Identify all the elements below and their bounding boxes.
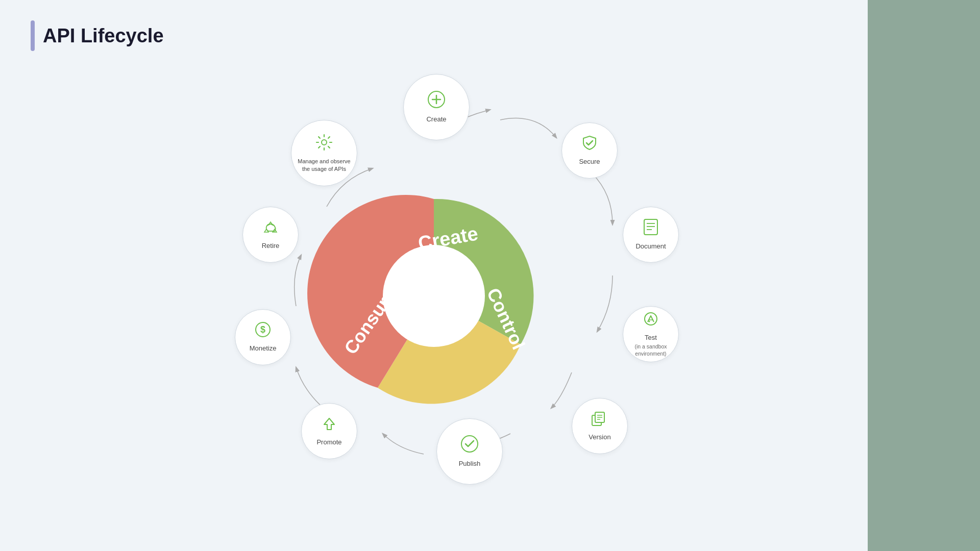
svg-point-12 xyxy=(645,313,657,325)
node-promote: Promote xyxy=(301,403,357,459)
svg-text:Create: Create xyxy=(416,222,480,254)
node-promote-label: Promote xyxy=(316,438,341,447)
svg-point-20 xyxy=(461,436,478,452)
node-create: Create xyxy=(403,74,470,140)
svg-rect-8 xyxy=(644,219,657,235)
node-retire: Retire xyxy=(242,207,299,263)
check-circle-icon xyxy=(460,435,479,457)
svg-point-14 xyxy=(649,321,650,322)
node-document-label: Document xyxy=(635,242,666,251)
gear-icon xyxy=(315,134,333,155)
node-secure: Secure xyxy=(561,122,618,179)
sidebar-right xyxy=(868,0,980,551)
node-retire-label: Retire xyxy=(262,242,280,251)
node-test: Test (in a sandboxenvironment) xyxy=(623,306,679,362)
svg-text:Control: Control xyxy=(483,285,529,353)
node-manage-label: Manage and observethe usage of APIs xyxy=(295,158,353,172)
arrow-up-icon xyxy=(321,415,337,435)
node-version-label: Version xyxy=(589,433,610,442)
svg-marker-21 xyxy=(324,418,334,430)
node-monetize-label: Monetize xyxy=(250,344,277,353)
svg-text:Consume: Consume xyxy=(340,278,405,358)
svg-point-24 xyxy=(322,140,327,145)
node-publish-label: Publish xyxy=(459,460,481,468)
versions-icon xyxy=(591,410,608,430)
file-lines-icon xyxy=(643,218,658,239)
node-secure-label: Secure xyxy=(579,158,600,166)
main-content: API Lifecycle xyxy=(0,0,868,551)
title-accent xyxy=(31,20,35,51)
dollar-icon: $ xyxy=(255,321,271,341)
node-version: Version xyxy=(572,398,628,454)
shield-check-icon xyxy=(581,135,598,155)
svg-point-1 xyxy=(383,245,485,347)
node-create-label: Create xyxy=(426,115,446,124)
node-document: Document xyxy=(623,207,679,263)
plus-circle-icon xyxy=(427,90,446,112)
diagram-container: Create Control Consume Create xyxy=(153,71,715,520)
node-manage: Manage and observethe usage of APIs xyxy=(291,120,357,186)
recycle-icon xyxy=(262,219,279,239)
node-test-sublabel: (in a sandboxenvironment) xyxy=(634,343,667,357)
flask-icon xyxy=(643,311,659,331)
svg-text:$: $ xyxy=(260,324,265,335)
node-monetize: $ Monetize xyxy=(235,309,291,365)
page-title: API Lifecycle xyxy=(43,25,164,47)
title-container: API Lifecycle xyxy=(31,20,837,51)
node-test-label: Test xyxy=(645,334,657,342)
node-publish: Publish xyxy=(436,418,503,485)
